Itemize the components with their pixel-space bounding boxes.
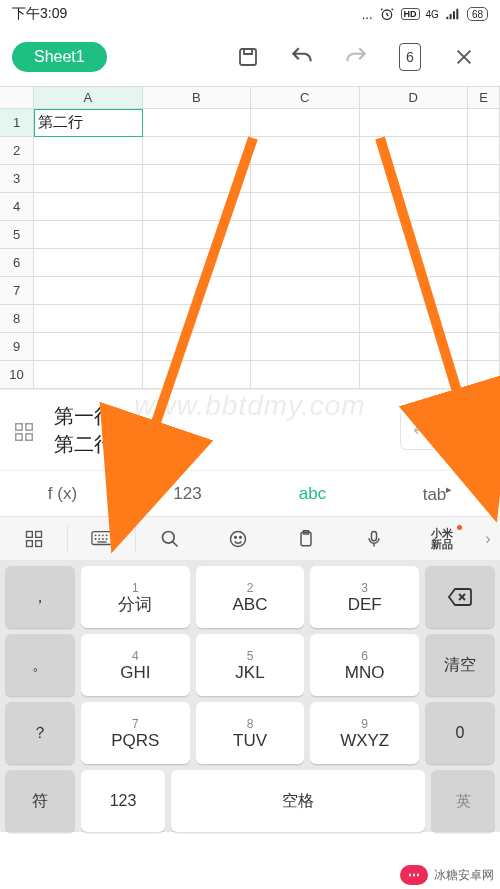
undo-button[interactable] [278, 35, 326, 79]
cell[interactable] [360, 333, 469, 361]
cell[interactable] [251, 305, 360, 333]
cell[interactable] [468, 333, 500, 361]
cell-editor-input[interactable]: 第一行 第二行 [48, 398, 390, 462]
cell[interactable] [251, 249, 360, 277]
key-question[interactable]: ？ [5, 702, 75, 764]
newline-button[interactable]: ↵ [400, 410, 440, 450]
close-button[interactable] [440, 35, 488, 79]
key-7[interactable]: 7PQRS [81, 702, 190, 764]
column-header-b[interactable]: B [143, 87, 252, 109]
cell[interactable] [143, 305, 252, 333]
key-language[interactable]: 英 [431, 770, 495, 832]
cell[interactable] [143, 165, 252, 193]
row-header[interactable]: 3 [0, 165, 34, 193]
cell[interactable] [143, 361, 252, 389]
key-9[interactable]: 9WXYZ [310, 702, 419, 764]
row-header[interactable]: 6 [0, 249, 34, 277]
cell[interactable] [360, 165, 469, 193]
cell[interactable] [468, 361, 500, 389]
cell[interactable] [468, 221, 500, 249]
cell[interactable] [143, 333, 252, 361]
key-4[interactable]: 4GHI [81, 634, 190, 696]
row-header[interactable]: 1 [0, 109, 34, 137]
cell[interactable] [468, 305, 500, 333]
key-zero[interactable]: 0 [425, 702, 495, 764]
key-symbols[interactable]: 符 [5, 770, 75, 832]
row-header[interactable]: 9 [0, 333, 34, 361]
key-numeric[interactable]: 123 [81, 770, 165, 832]
cell[interactable] [34, 361, 143, 389]
cell[interactable] [468, 277, 500, 305]
key-6[interactable]: 6MNO [310, 634, 419, 696]
cell[interactable] [251, 277, 360, 305]
kb-emoji-icon[interactable] [204, 517, 272, 560]
cell[interactable] [468, 249, 500, 277]
cell[interactable] [251, 361, 360, 389]
select-all-corner[interactable] [0, 87, 34, 109]
mode-abc[interactable]: abc [250, 484, 375, 504]
cell[interactable] [34, 333, 143, 361]
mode-fx[interactable]: f (x) [0, 484, 125, 504]
row-header[interactable]: 10 [0, 361, 34, 389]
kb-expand-icon[interactable]: › [476, 530, 500, 548]
row-header[interactable]: 2 [0, 137, 34, 165]
cell[interactable] [251, 137, 360, 165]
key-period[interactable]: 。 [5, 634, 75, 696]
row-header[interactable]: 7 [0, 277, 34, 305]
column-header-a[interactable]: A [34, 87, 143, 109]
save-button[interactable] [224, 35, 272, 79]
key-5[interactable]: 5JKL [196, 634, 305, 696]
cell[interactable] [34, 277, 143, 305]
cell[interactable] [143, 221, 252, 249]
kb-apps-icon[interactable] [0, 517, 68, 560]
expand-editor-icon[interactable] [10, 398, 38, 462]
cell[interactable] [360, 249, 469, 277]
kb-voice-icon[interactable] [340, 517, 408, 560]
cell[interactable] [251, 193, 360, 221]
cell[interactable] [251, 165, 360, 193]
cell-a1[interactable]: 第二行 [34, 109, 143, 137]
cell[interactable] [251, 333, 360, 361]
mode-num[interactable]: 123 [125, 484, 250, 504]
confirm-button[interactable] [450, 410, 490, 450]
sheet-tab[interactable]: Sheet1 [12, 42, 107, 72]
key-space[interactable]: 空格 [171, 770, 425, 832]
cell[interactable] [143, 109, 252, 137]
key-8[interactable]: 8TUV [196, 702, 305, 764]
kb-clipboard-icon[interactable] [272, 517, 340, 560]
row-header[interactable]: 4 [0, 193, 34, 221]
cell[interactable] [34, 193, 143, 221]
key-backspace[interactable] [425, 566, 495, 628]
cell[interactable] [468, 165, 500, 193]
cell[interactable] [360, 221, 469, 249]
cell[interactable] [34, 305, 143, 333]
kb-search-icon[interactable] [136, 517, 204, 560]
page-count-button[interactable]: 6 [386, 35, 434, 79]
key-clear[interactable]: 清空 [425, 634, 495, 696]
key-comma[interactable]: ， [5, 566, 75, 628]
cell[interactable] [143, 277, 252, 305]
cell[interactable] [34, 165, 143, 193]
cell[interactable] [468, 137, 500, 165]
cell[interactable] [34, 249, 143, 277]
cell[interactable] [360, 109, 469, 137]
column-header-d[interactable]: D [360, 87, 469, 109]
cell[interactable] [360, 137, 469, 165]
kb-brand-label[interactable]: 小米新品 [408, 517, 476, 560]
row-header[interactable]: 5 [0, 221, 34, 249]
redo-button[interactable] [332, 35, 380, 79]
cell[interactable] [360, 305, 469, 333]
mode-tab[interactable]: tab▸ [375, 483, 500, 505]
cell[interactable] [360, 277, 469, 305]
cell[interactable] [360, 193, 469, 221]
cell[interactable] [468, 193, 500, 221]
column-header-c[interactable]: C [251, 87, 360, 109]
column-header-e[interactable]: E [468, 87, 500, 109]
key-3[interactable]: 3DEF [310, 566, 419, 628]
cell[interactable] [360, 361, 469, 389]
cell[interactable] [143, 193, 252, 221]
kb-keyboard-icon[interactable] [68, 517, 136, 560]
cell[interactable] [468, 109, 500, 137]
spreadsheet-grid[interactable]: A B C D E 1 第二行 2 3 4 5 6 7 8 9 10 [0, 86, 500, 389]
cell[interactable] [251, 221, 360, 249]
